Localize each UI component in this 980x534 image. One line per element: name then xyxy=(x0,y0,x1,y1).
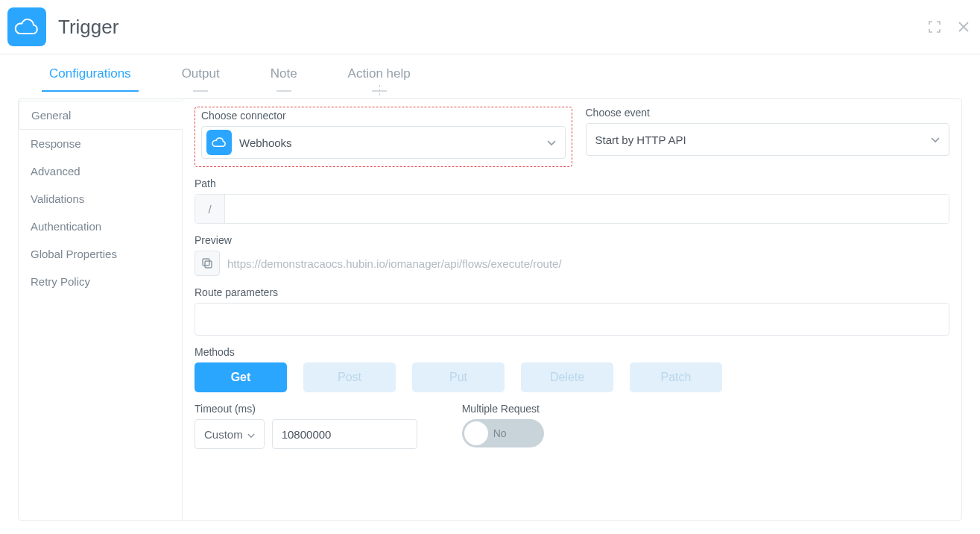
path-field: Path / xyxy=(195,178,949,224)
timeout-mode-select[interactable]: Custom xyxy=(195,419,265,449)
chevron-down-icon xyxy=(931,134,940,145)
connector-cloud-icon xyxy=(206,130,232,155)
timeout-field: Timeout (ms) Custom xyxy=(195,403,417,449)
sidebar-item-label: Response xyxy=(31,137,81,150)
field-label: Timeout (ms) xyxy=(195,403,417,415)
tab-label: Note xyxy=(271,66,297,81)
field-label: Choose connector xyxy=(201,110,566,122)
field-label: Methods xyxy=(195,346,949,358)
methods-field: Methods Get Post Put Delete Patch xyxy=(195,346,949,392)
multiple-request-field: Multiple Request No xyxy=(462,403,544,449)
method-put[interactable]: Put xyxy=(412,362,505,392)
header-actions xyxy=(928,20,970,34)
copy-button[interactable] xyxy=(195,251,220,276)
sidebar-item-label: Retry Policy xyxy=(31,275,90,288)
field-label: Multiple Request xyxy=(462,403,544,415)
sidebar-item-general[interactable]: General xyxy=(19,101,183,130)
toggle-state-label: No xyxy=(493,427,507,439)
method-get[interactable]: Get xyxy=(195,362,287,392)
choose-event-field: Choose event Start by HTTP API xyxy=(586,107,950,156)
field-label: Preview xyxy=(195,234,949,246)
sidebar-item-authentication[interactable]: Authentication xyxy=(19,213,182,240)
path-addon: / xyxy=(195,195,225,223)
field-label: Route parameters xyxy=(195,286,949,298)
main-panel: Choose connector Webhooks Choose event xyxy=(183,99,961,520)
sidebar-item-advanced[interactable]: Advanced xyxy=(19,157,182,185)
close-icon[interactable] xyxy=(958,21,970,33)
timeout-mode-value: Custom xyxy=(204,428,243,441)
method-post[interactable]: Post xyxy=(303,362,396,392)
tab-output[interactable]: Output xyxy=(174,63,227,92)
sidebar-item-label: Validations xyxy=(31,192,84,205)
connector-value: Webhooks xyxy=(239,136,547,149)
event-value: Start by HTTP API xyxy=(595,134,932,146)
path-input[interactable] xyxy=(225,195,949,223)
tab-note[interactable]: Note xyxy=(263,63,305,92)
copy-icon xyxy=(201,257,213,269)
sidebar-item-response[interactable]: Response xyxy=(19,130,182,157)
sidebar-item-global-properties[interactable]: Global Properties xyxy=(19,240,182,268)
preview-field: Preview https://demonstracaocs.hubin.io/… xyxy=(195,234,949,276)
expand-icon[interactable] xyxy=(928,20,941,34)
chevron-down-icon xyxy=(247,428,255,441)
page-title: Trigger xyxy=(58,16,928,39)
app-cloud-icon xyxy=(7,7,46,46)
sidebar-item-label: General xyxy=(31,109,71,122)
field-label: Path xyxy=(195,178,949,189)
body: General Response Advanced Validations Au… xyxy=(18,98,962,521)
tab-label: Output xyxy=(182,66,220,81)
svg-rect-1 xyxy=(203,259,209,266)
method-delete[interactable]: Delete xyxy=(521,362,613,392)
event-select[interactable]: Start by HTTP API xyxy=(586,123,950,156)
connector-select[interactable]: Webhooks xyxy=(201,126,566,159)
route-parameters-field: Route parameters xyxy=(195,286,949,336)
route-parameters-input[interactable] xyxy=(195,303,949,336)
sidebar-item-retry-policy[interactable]: Retry Policy xyxy=(19,268,182,295)
preview-url: https://demonstracaocs.hubin.io/iomanage… xyxy=(227,257,562,270)
toggle-knob xyxy=(464,421,488,445)
header: Trigger xyxy=(0,0,980,54)
field-label: Choose event xyxy=(586,107,950,119)
tab-label: Action help xyxy=(348,66,411,81)
tab-label: Configurations xyxy=(49,66,131,81)
svg-rect-0 xyxy=(205,261,212,268)
sidebar-item-label: Authentication xyxy=(31,220,101,233)
method-patch[interactable]: Patch xyxy=(630,362,722,392)
tab-action-help[interactable]: Action help xyxy=(341,63,418,92)
sidebar-item-validations[interactable]: Validations xyxy=(19,185,182,213)
sidebar-item-label: Global Properties xyxy=(31,248,117,260)
tabs: Configurations Output Note Action help xyxy=(0,63,980,92)
sidebar: General Response Advanced Validations Au… xyxy=(19,99,183,520)
cloud-icon xyxy=(14,19,39,35)
chevron-down-icon xyxy=(547,136,556,148)
timeout-value-input[interactable] xyxy=(272,419,417,449)
tab-configurations[interactable]: Configurations xyxy=(42,63,139,92)
choose-connector-field: Choose connector Webhooks xyxy=(195,107,572,167)
multiple-request-toggle[interactable]: No xyxy=(462,419,544,447)
sidebar-item-label: Advanced xyxy=(31,165,80,178)
